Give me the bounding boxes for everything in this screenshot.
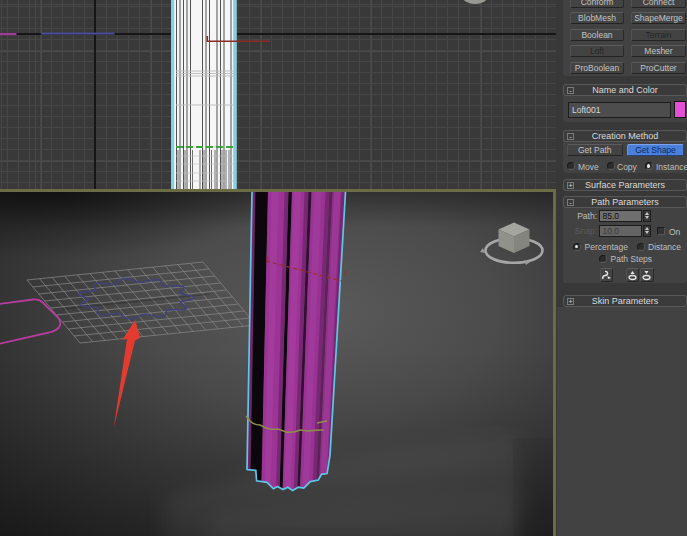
svg-text:x: x [344,268,350,277]
